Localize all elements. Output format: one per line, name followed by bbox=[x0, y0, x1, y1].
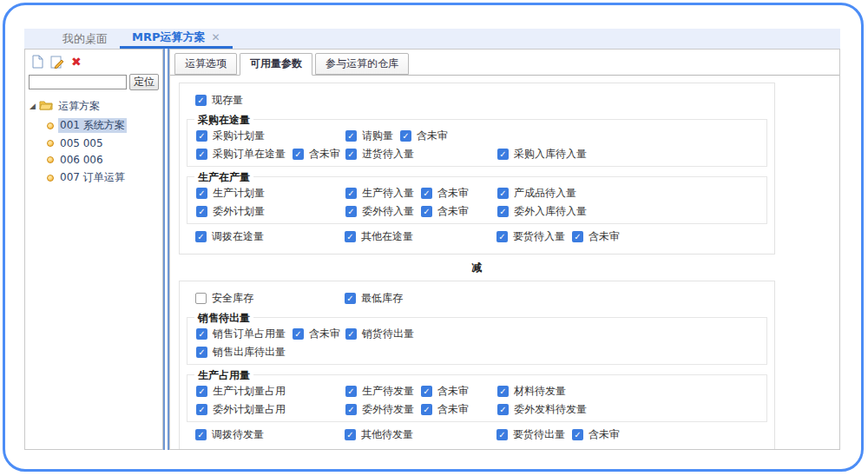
window-tab[interactable]: MRP运算方案✕ bbox=[120, 29, 233, 49]
checkbox-item[interactable]: ✓采购计划量 bbox=[196, 129, 265, 143]
window-tab[interactable]: 我的桌面 bbox=[50, 29, 120, 49]
checkbox-item[interactable]: ✓进货待入量 bbox=[345, 147, 414, 162]
checkbox-item[interactable]: ✓销货待出量 bbox=[345, 327, 414, 341]
checkbox[interactable]: ✓ bbox=[421, 188, 432, 199]
checkbox-item[interactable]: ✓含未审 bbox=[293, 147, 340, 162]
checkbox-item[interactable]: ✓其他待发量 bbox=[345, 427, 413, 442]
checkbox-item[interactable]: ✓销售出库待出量 bbox=[196, 345, 286, 360]
checkbox[interactable] bbox=[195, 293, 207, 304]
checkbox[interactable]: ✓ bbox=[195, 231, 207, 242]
checkbox-item[interactable]: ✓委外入库待入量 bbox=[497, 204, 587, 219]
checkbox[interactable]: ✓ bbox=[196, 328, 207, 340]
checkbox[interactable]: ✓ bbox=[345, 293, 356, 304]
checkbox[interactable]: ✓ bbox=[572, 429, 583, 440]
checkbox-item[interactable]: ✓调拨待发量 bbox=[195, 427, 264, 442]
checkbox[interactable]: ✓ bbox=[497, 404, 509, 415]
group-box: 采购在途量✓采购计划量✓请购量✓含未审✓采购订单在途量✓含未审✓进货待入量✓采购… bbox=[187, 119, 767, 167]
checkbox[interactable]: ✓ bbox=[497, 386, 509, 397]
checkbox-item[interactable]: ✓生产计划量 bbox=[196, 186, 265, 201]
checkbox[interactable]: ✓ bbox=[572, 231, 583, 242]
checkbox-item[interactable]: ✓含未审 bbox=[421, 204, 469, 219]
edit-icon[interactable] bbox=[50, 55, 64, 69]
checkbox-item[interactable]: ✓产成品待入量 bbox=[497, 186, 576, 201]
checkbox[interactable]: ✓ bbox=[345, 188, 357, 199]
checkbox-item[interactable]: ✓委外待发量 bbox=[345, 402, 414, 417]
parameter-panel: 安全库存✓最低库存销售待出量✓销售订单占用量✓含未审✓销货待出量✓销售出库待出量… bbox=[179, 281, 775, 449]
checkbox-item[interactable]: ✓委外计划量 bbox=[196, 204, 265, 219]
checkbox[interactable]: ✓ bbox=[196, 404, 207, 415]
checkbox-item[interactable]: ✓采购订单在途量 bbox=[196, 147, 286, 162]
checkbox[interactable]: ✓ bbox=[345, 130, 357, 142]
checkbox[interactable]: ✓ bbox=[345, 231, 356, 242]
search-input[interactable] bbox=[29, 75, 127, 89]
param-tab[interactable]: 可用量参数 bbox=[240, 53, 312, 76]
checkbox-item[interactable]: ✓材料待发量 bbox=[497, 384, 566, 399]
checkbox-item[interactable]: ✓含未审 bbox=[572, 229, 620, 244]
checkbox[interactable]: ✓ bbox=[421, 386, 432, 397]
checkbox-item[interactable]: ✓请购量 bbox=[345, 129, 393, 143]
checkbox-item[interactable]: ✓其他在途量 bbox=[345, 229, 413, 244]
checkbox[interactable]: ✓ bbox=[497, 188, 509, 199]
checkbox-item[interactable]: ✓要货待入量 bbox=[496, 229, 565, 244]
tree-item[interactable]: 001 系统方案 bbox=[47, 117, 158, 134]
checkbox-item[interactable]: ✓含未审 bbox=[572, 427, 620, 442]
checkbox[interactable]: ✓ bbox=[345, 404, 357, 415]
checkbox-item[interactable]: 安全库存 bbox=[195, 291, 253, 306]
checkbox-item[interactable]: ✓含未审 bbox=[421, 402, 469, 417]
checkbox[interactable]: ✓ bbox=[196, 347, 207, 358]
group-box: 销售待出量✓销售订单占用量✓含未审✓销货待出量✓销售出库待出量 bbox=[187, 317, 767, 365]
locate-button[interactable]: 定位 bbox=[129, 74, 159, 90]
checkbox[interactable]: ✓ bbox=[345, 386, 357, 397]
window-tab-label: MRP运算方案 bbox=[132, 30, 205, 45]
checkbox[interactable]: ✓ bbox=[421, 206, 432, 217]
checkbox[interactable]: ✓ bbox=[345, 429, 356, 440]
checkbox[interactable]: ✓ bbox=[195, 95, 207, 106]
checkbox-label: 要货待入量 bbox=[513, 229, 565, 244]
checkbox[interactable]: ✓ bbox=[345, 328, 357, 340]
checkbox[interactable]: ✓ bbox=[496, 429, 508, 440]
checkbox-item[interactable]: ✓最低库存 bbox=[345, 291, 403, 306]
tree-item[interactable]: 006 006 bbox=[47, 153, 158, 167]
checkbox-item[interactable]: ✓生产计划量占用 bbox=[196, 384, 286, 399]
checkbox[interactable]: ✓ bbox=[400, 130, 411, 142]
checkbox[interactable]: ✓ bbox=[421, 404, 432, 415]
delete-icon[interactable]: ✖ bbox=[71, 56, 82, 68]
tree-expander-icon[interactable]: ◢ bbox=[30, 102, 36, 110]
checkbox-item[interactable]: ✓现存量 bbox=[195, 93, 243, 108]
checkbox[interactable]: ✓ bbox=[196, 386, 207, 397]
checkbox-item[interactable]: ✓生产待发量 bbox=[345, 384, 414, 399]
close-tab-icon[interactable]: ✕ bbox=[211, 31, 220, 43]
checkbox-item[interactable]: ✓委外待入量 bbox=[345, 204, 414, 219]
checkbox-item[interactable]: ✓委外发料待发量 bbox=[497, 402, 587, 417]
splitter[interactable] bbox=[163, 49, 169, 450]
checkbox[interactable]: ✓ bbox=[293, 149, 304, 160]
tree-root[interactable]: ◢ 运算方案 bbox=[30, 98, 158, 115]
checkbox-item[interactable]: ✓含未审 bbox=[293, 327, 340, 341]
bullet-icon bbox=[47, 175, 54, 182]
checkbox[interactable]: ✓ bbox=[196, 149, 207, 160]
checkbox[interactable]: ✓ bbox=[345, 149, 357, 160]
checkbox[interactable]: ✓ bbox=[497, 149, 509, 160]
param-tab[interactable]: 运算选项 bbox=[174, 53, 237, 75]
checkbox[interactable]: ✓ bbox=[196, 188, 207, 199]
checkbox-item[interactable]: ✓含未审 bbox=[421, 186, 469, 201]
checkbox[interactable]: ✓ bbox=[195, 429, 207, 440]
checkbox-item[interactable]: ✓销售订单占用量 bbox=[196, 327, 286, 341]
checkbox-item[interactable]: ✓含未审 bbox=[400, 129, 448, 143]
checkbox-item[interactable]: ✓调拨在途量 bbox=[195, 229, 264, 244]
checkbox-item[interactable]: ✓采购入库待入量 bbox=[497, 147, 587, 162]
param-tab[interactable]: 参与运算的仓库 bbox=[315, 53, 409, 75]
checkbox[interactable]: ✓ bbox=[497, 206, 509, 217]
tree-item[interactable]: 007 订单运算 bbox=[47, 169, 158, 186]
checkbox-item[interactable]: ✓委外计划量占用 bbox=[196, 402, 286, 417]
new-document-icon[interactable] bbox=[32, 55, 43, 69]
checkbox-item[interactable]: ✓要货待出量 bbox=[496, 427, 565, 442]
tree-item[interactable]: 005 005 bbox=[47, 136, 158, 150]
checkbox[interactable]: ✓ bbox=[293, 328, 304, 340]
checkbox[interactable]: ✓ bbox=[196, 206, 207, 217]
checkbox-item[interactable]: ✓含未审 bbox=[421, 384, 469, 399]
checkbox[interactable]: ✓ bbox=[496, 231, 508, 242]
checkbox-item[interactable]: ✓生产待入量 bbox=[345, 186, 414, 201]
checkbox[interactable]: ✓ bbox=[345, 206, 357, 217]
checkbox[interactable]: ✓ bbox=[196, 130, 207, 142]
